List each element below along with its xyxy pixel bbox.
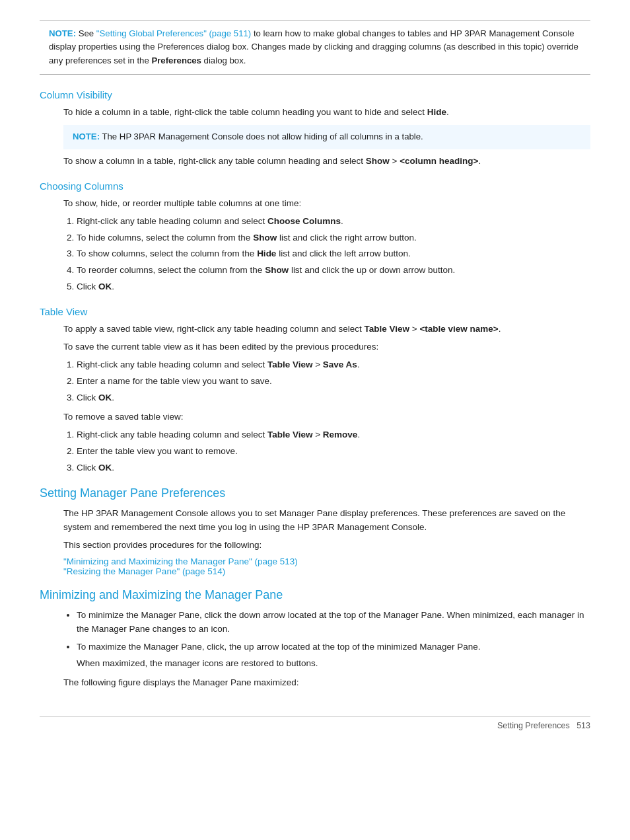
table-view-remove-steps: Right-click any table heading column and… (77, 428, 590, 475)
choosing-columns-body: To show, hide, or reorder multiple table… (63, 197, 590, 295)
column-visibility-heading: Column Visibility (40, 89, 590, 100)
setting-manager-pane-section: Setting Manager Pane Preferences The HP … (40, 486, 590, 576)
setting-manager-pane-links: "Minimizing and Maximizing the Manager P… (63, 556, 590, 576)
minimizing-maximizing-body: To minimize the Manager Pane, click the … (63, 609, 590, 690)
list-item: Click OK. (77, 391, 590, 405)
setting-manager-pane-para1: The HP 3PAR Management Console allows yo… (63, 507, 590, 535)
list-item: Right-click any table heading column and… (77, 358, 590, 372)
note-inline-label: NOTE: (73, 132, 100, 141)
page-footer: Setting Preferences 513 (40, 716, 590, 730)
footer-page-number: 513 (577, 721, 590, 730)
list-item: To hide columns, select the column from … (77, 231, 590, 245)
top-note-box: NOTE: See "Setting Global Preferences" (… (40, 20, 590, 75)
table-view-section: Table View To apply a saved table view, … (40, 306, 590, 475)
list-item: Click OK. (77, 280, 590, 294)
column-visibility-note: NOTE: The HP 3PAR Management Console doe… (63, 125, 590, 149)
list-item: Right-click any table heading column and… (77, 428, 590, 442)
column-visibility-section: Column Visibility To hide a column in a … (40, 89, 590, 168)
list-item: Enter the table view you want to remove. (77, 445, 590, 459)
note-link[interactable]: "Setting Global Preferences" (page 511) (96, 28, 251, 38)
choosing-columns-steps: Right-click any table heading column and… (77, 215, 590, 295)
choosing-columns-heading: Choosing Columns (40, 180, 590, 192)
minimizing-maximizing-list: To minimize the Manager Pane, click the … (77, 609, 590, 671)
list-item: To show columns, select the column from … (77, 247, 590, 261)
setting-manager-pane-heading: Setting Manager Pane Preferences (40, 486, 590, 500)
column-visibility-body: To hide a column in a table, right-click… (63, 106, 590, 168)
note-bold: Preferences (151, 56, 201, 65)
note-inline-body: The HP 3PAR Management Console does not … (102, 132, 423, 141)
minimizing-maximizing-section: Minimizing and Maximizing the Manager Pa… (40, 588, 590, 690)
note-text-pre: See (79, 28, 96, 38)
choosing-columns-section: Choosing Columns To show, hide, or reord… (40, 180, 590, 295)
table-view-heading: Table View (40, 306, 590, 317)
table-view-para2: To save the current table view as it has… (63, 340, 590, 354)
minimizing-maximizing-heading: Minimizing and Maximizing the Manager Pa… (40, 588, 590, 602)
list-item: Right-click any table heading column and… (77, 215, 590, 229)
setting-manager-pane-para2: This section provides procedures for the… (63, 539, 590, 553)
link-resizing[interactable]: "Resizing the Manager Pane" (page 514) (63, 566, 225, 576)
list-item: Click OK. (77, 461, 590, 475)
note-label: NOTE: (49, 28, 76, 38)
table-view-para1: To apply a saved table view, right-click… (63, 323, 590, 336)
setting-manager-pane-body: The HP 3PAR Management Console allows yo… (63, 507, 590, 576)
list-item: Enter a name for the table view you want… (77, 375, 590, 389)
table-view-body: To apply a saved table view, right-click… (63, 323, 590, 475)
column-visibility-para2: To show a column in a table, right-click… (63, 155, 590, 169)
table-view-save-steps: Right-click any table heading column and… (77, 358, 590, 405)
footer-text: Setting Preferences (497, 721, 570, 730)
link-minimizing[interactable]: "Minimizing and Maximizing the Manager P… (63, 556, 298, 566)
table-view-para3: To remove a saved table view: (63, 410, 590, 424)
note-text-end: dialog box. (201, 56, 246, 65)
choosing-columns-intro: To show, hide, or reorder multiple table… (63, 197, 590, 211)
list-item: To minimize the Manager Pane, click the … (77, 609, 590, 636)
list-item: To maximize the Manager Pane, click, the… (77, 640, 590, 671)
list-item: To reorder columns, select the column fr… (77, 264, 590, 278)
page-content: NOTE: See "Setting Global Preferences" (… (0, 0, 630, 757)
column-visibility-para1: To hide a column in a table, right-click… (63, 106, 590, 120)
minimizing-maximizing-footer: The following figure displays the Manage… (63, 676, 590, 690)
